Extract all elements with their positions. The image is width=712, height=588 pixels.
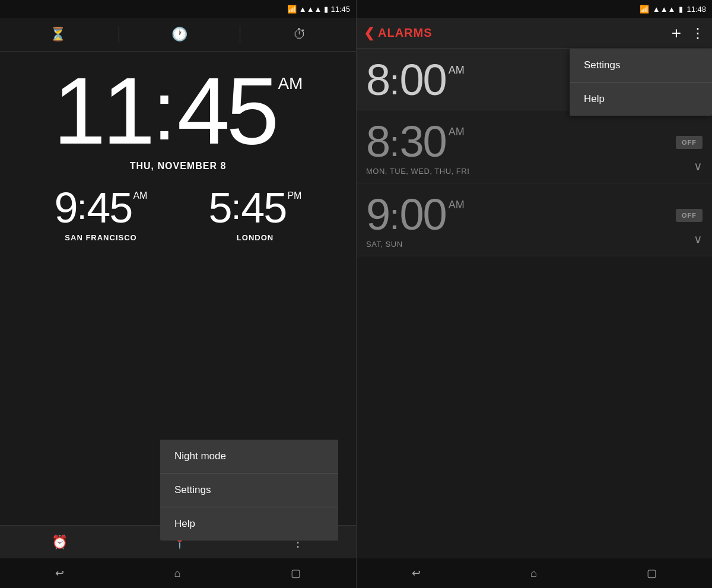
right-battery-icon: ▮: [679, 5, 683, 14]
alarm-3-toggle[interactable]: OFF: [676, 209, 703, 222]
left-panel: 📶 ▲▲▲ ▮ 11:45 ⏳ 🕐 ⏱ 11 : 45 AM THU, NOVE…: [0, 0, 356, 588]
alarms-header: ❮ ALARMS + ⋮: [357, 18, 712, 49]
signal-icon: ▲▲▲: [299, 5, 322, 14]
main-time-ampm: AM: [278, 75, 303, 92]
right-context-menu: Settings Help: [570, 49, 712, 116]
sf-city: SAN FRANCISCO: [65, 233, 136, 242]
main-time: 11 : 45 AM: [53, 63, 303, 158]
nav-divider-2: [240, 26, 240, 43]
alarm-2-expand-icon[interactable]: ∨: [694, 159, 703, 173]
main-time-hours: 11: [53, 63, 152, 158]
alarm-2-days: MON, TUE, WED, THU, FRI: [366, 167, 469, 176]
left-system-nav: ↩ ⌂ ▢: [0, 558, 356, 588]
alarm-3-time: 9 : 00 AM: [366, 193, 465, 237]
alarms-title: ALARMS: [378, 26, 433, 40]
left-status-bar-right: 📶 ▲▲▲ ▮ 11:45: [287, 5, 350, 14]
wifi-icon: 📶: [287, 5, 297, 14]
alarm-3-hours: 9: [366, 193, 389, 237]
alarm-1-colon: :: [389, 61, 399, 103]
world-clocks: 9 : 45 AM SAN FRANCISCO 5 : 45 PM LONDON: [0, 171, 356, 254]
nav-divider-1: [119, 26, 119, 43]
alarm-3-colon: :: [389, 195, 399, 237]
world-clock-sf: 9 : 45 AM SAN FRANCISCO: [55, 183, 148, 242]
alarms-header-left: ❮ ALARMS: [364, 26, 433, 41]
left-status-time: 11:45: [330, 5, 350, 14]
alarm-1-minutes: 00: [399, 58, 446, 102]
right-recent-icon[interactable]: ▢: [647, 567, 657, 580]
alarm-2-time-row: 8 : 30 AM OFF: [366, 120, 703, 164]
alarm-3-minutes: 00: [399, 193, 446, 237]
timer-icon[interactable]: ⏳: [50, 27, 66, 42]
right-status-time: 11:48: [686, 5, 706, 14]
alarm-3-ampm: AM: [449, 199, 465, 211]
alarm-3-expand-icon[interactable]: ∨: [694, 232, 703, 246]
sf-colon: :: [77, 186, 87, 227]
sf-hours: 9: [55, 183, 77, 232]
left-top-nav: ⏳ 🕐 ⏱: [0, 18, 356, 52]
left-status-bar: 📶 ▲▲▲ ▮ 11:45: [0, 0, 356, 18]
sf-minutes: 45: [87, 183, 132, 232]
alarm-1-time: 8 : 00 AM: [366, 58, 465, 103]
left-home-icon[interactable]: ⌂: [174, 567, 181, 580]
left-back-icon[interactable]: ↩: [55, 567, 64, 580]
alarm-3-days: SAT, SUN: [366, 240, 403, 249]
london-colon: :: [231, 186, 241, 227]
alarm-2-toggle[interactable]: OFF: [676, 136, 703, 149]
alarm-1-hours: 8: [366, 58, 389, 102]
main-time-colon: :: [153, 69, 176, 152]
battery-icon: ▮: [324, 5, 328, 14]
alarm-nav-icon[interactable]: ⏰: [52, 535, 68, 550]
right-spacer: [357, 304, 712, 559]
right-status-bar: 📶 ▲▲▲ ▮ 11:48: [357, 0, 712, 18]
alarm-item-3[interactable]: 9 : 00 AM OFF SAT, SUN ∨: [357, 183, 712, 256]
alarm-2-hours: 8: [366, 120, 389, 164]
stopwatch-icon[interactable]: ⏱: [293, 27, 306, 42]
right-back-icon[interactable]: ↩: [412, 567, 421, 580]
help-item[interactable]: Help: [160, 507, 338, 541]
alarm-2-colon: :: [389, 122, 399, 164]
london-ampm: PM: [287, 190, 301, 201]
right-signal-icon: ▲▲▲: [653, 5, 676, 14]
add-alarm-button[interactable]: +: [672, 24, 681, 43]
back-chevron-icon[interactable]: ❮: [364, 26, 374, 41]
main-time-minutes: 45: [177, 63, 275, 158]
left-context-menu: Night mode Settings Help: [160, 440, 338, 541]
alarm-3-time-row: 9 : 00 AM OFF: [366, 193, 703, 237]
world-time-london: 5 : 45 PM: [209, 183, 302, 232]
alarms-header-right: + ⋮: [672, 24, 705, 43]
main-date: THU, NOVEMBER 8: [130, 161, 227, 171]
right-settings-item[interactable]: Settings: [570, 49, 712, 82]
right-help-item[interactable]: Help: [570, 82, 712, 116]
right-panel: 📶 ▲▲▲ ▮ 11:48 ❮ ALARMS + ⋮ 8 : 00 AM: [356, 0, 712, 588]
night-mode-item[interactable]: Night mode: [160, 440, 338, 473]
more-options-icon[interactable]: ⋮: [691, 25, 705, 42]
alarm-item-2[interactable]: 8 : 30 AM OFF MON, TUE, WED, THU, FRI ∨: [357, 110, 712, 183]
clock-icon[interactable]: 🕐: [171, 27, 187, 42]
alarm-2-minutes: 30: [399, 120, 446, 164]
london-city: LONDON: [237, 233, 274, 242]
london-hours: 5: [209, 183, 231, 232]
alarm-2-ampm: AM: [449, 126, 465, 138]
settings-item[interactable]: Settings: [160, 473, 338, 507]
sf-ampm: AM: [133, 190, 147, 201]
right-wifi-icon: 📶: [640, 5, 649, 14]
right-home-icon[interactable]: ⌂: [530, 567, 537, 580]
alarm-1-ampm: AM: [449, 64, 465, 77]
alarm-2-time: 8 : 30 AM: [366, 120, 465, 164]
london-minutes: 45: [241, 183, 286, 232]
right-system-nav: ↩ ⌂ ▢: [357, 558, 712, 588]
world-clock-london: 5 : 45 PM LONDON: [209, 183, 302, 242]
world-time-sf: 9 : 45 AM: [55, 183, 148, 232]
left-recent-icon[interactable]: ▢: [291, 567, 301, 580]
